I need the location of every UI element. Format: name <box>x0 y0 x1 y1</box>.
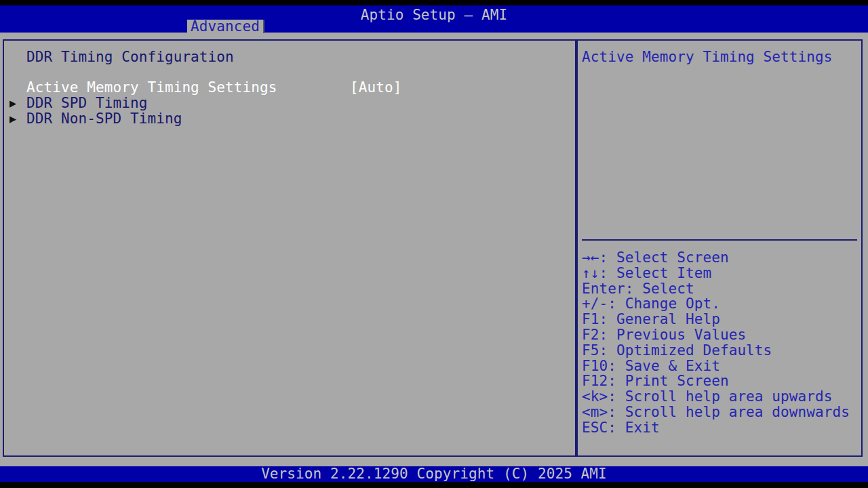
section-title: DDR Timing Configuration <box>26 49 575 65</box>
hotkey-line-esc: ESC: Exit <box>582 420 860 436</box>
help-panel: Active Memory Timing Settings →←: Select… <box>576 39 863 457</box>
hotkey-line-scroll-up: <k>: Scroll help area upwards <box>582 389 860 405</box>
menu: Active Memory Timing Settings [Auto] ▶ D… <box>4 80 575 127</box>
footer-bar: Version 2.22.1290 Copyright (C) 2025 AMI <box>0 466 868 482</box>
hotkey-line-f12: F12: Print Screen <box>582 373 860 389</box>
hotkey-line-f2: F2: Previous Values <box>582 327 860 343</box>
submenu-arrow-icon: ▶ <box>9 111 16 127</box>
header-bar: Aptio Setup – AMI <box>0 5 868 33</box>
hotkey-line-scroll-down: <m>: Scroll help area downwards <box>582 405 860 420</box>
menu-item-value: [Auto] <box>350 80 401 96</box>
bottom-black-strip <box>0 482 868 488</box>
hotkey-line-f10: F10: Save & Exit <box>582 359 860 374</box>
menu-item-active-memory-timing-settings[interactable]: Active Memory Timing Settings [Auto] <box>4 80 575 96</box>
menu-item-label: Active Memory Timing Settings <box>26 79 277 96</box>
submenu-arrow-icon: ▶ <box>9 96 16 111</box>
hotkey-line-f1: F1: General Help <box>582 312 860 327</box>
main-panel: DDR Timing Configuration Active Memory T… <box>3 39 576 457</box>
menu-item-label: DDR SPD Timing <box>26 95 147 111</box>
help-divider <box>582 239 857 241</box>
menu-item-ddr-spd-timing[interactable]: ▶ DDR SPD Timing <box>4 96 575 111</box>
menu-item-ddr-non-spd-timing[interactable]: ▶ DDR Non-SPD Timing <box>4 111 575 127</box>
hotkey-line-enter: Enter: Select <box>582 281 860 297</box>
tab-advanced[interactable]: Advanced <box>187 20 264 33</box>
hotkey-line-change-opt: +/-: Change Opt. <box>582 296 860 312</box>
help-description: Active Memory Timing Settings <box>582 49 861 65</box>
version-text: Version 2.22.1290 Copyright (C) 2025 AMI <box>0 466 868 482</box>
hotkey-line-f5: F5: Optimized Defaults <box>582 343 860 359</box>
hotkey-line-select-item: ↑↓: Select Item <box>582 266 860 281</box>
app-title: Aptio Setup – AMI <box>0 7 868 23</box>
menu-item-label: DDR Non-SPD Timing <box>26 110 182 127</box>
hotkey-line-select-screen: →←: Select Screen <box>582 250 860 266</box>
top-black-strip <box>0 0 868 5</box>
hotkey-list: →←: Select Screen ↑↓: Select Item Enter:… <box>582 250 860 436</box>
